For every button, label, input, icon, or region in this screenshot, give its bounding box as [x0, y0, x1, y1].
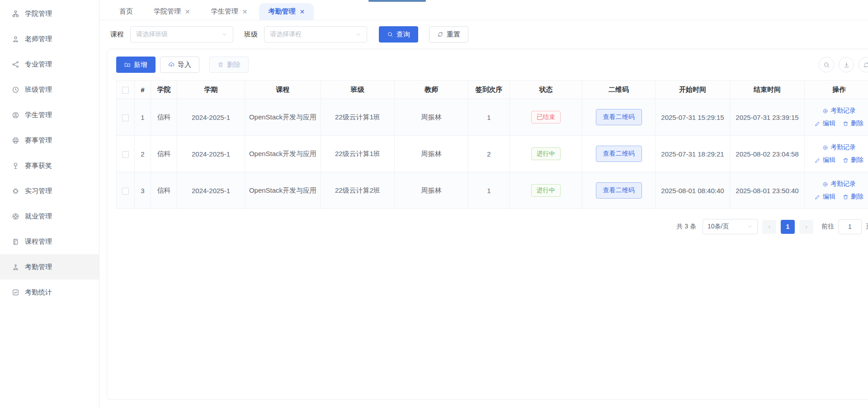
cell-course: OpenStack开发与应用 — [245, 99, 321, 136]
cell-qrcode: 查看二维码 — [582, 99, 656, 136]
search-button[interactable]: 查询 — [379, 26, 418, 43]
view-qrcode-button[interactable]: 查看二维码 — [596, 146, 642, 162]
sidebar-item-teacher[interactable]: 老师管理 — [0, 26, 99, 52]
refresh-table-button[interactable] — [859, 57, 868, 72]
sidebar-item-competition[interactable]: 赛事管理 — [0, 128, 99, 153]
page-size-select[interactable]: 10条/页 — [703, 219, 758, 234]
download-icon — [843, 62, 850, 68]
table-header-row: # 学院 学期 课程 班级 教师 签到次序 状态 二维码 开始时间 结束时间 操… — [117, 81, 868, 99]
sidebar-item-label: 班级管理 — [25, 85, 52, 94]
edit-icon — [815, 121, 821, 127]
cell-start-time: 2025-07-31 15:29:15 — [656, 99, 730, 136]
row-checkbox[interactable] — [122, 151, 129, 158]
sidebar-item-internship[interactable]: 实习管理 — [0, 178, 99, 204]
course-filter-label: 课程 — [110, 30, 124, 39]
next-page-button[interactable]: › — [799, 220, 813, 234]
col-semester: 学期 — [177, 81, 245, 99]
page-number-button[interactable]: 1 — [781, 220, 795, 234]
col-start-time: 开始时间 — [656, 81, 730, 99]
class-select[interactable]: 请选择课程 — [264, 26, 367, 43]
select-all-checkbox[interactable] — [122, 87, 129, 94]
table-row: 3信科2024-2025-1OpenStack开发与应用22级云计算2班周振林1… — [117, 172, 868, 209]
tab-home[interactable]: 首页 — [110, 3, 142, 20]
tab-attendance[interactable]: 考勤管理 ✕ — [259, 3, 314, 20]
view-qrcode-button[interactable]: 查看二维码 — [596, 109, 642, 125]
col-teacher: 教师 — [395, 81, 468, 99]
cell-index: 1 — [135, 99, 151, 136]
edit-link[interactable]: 编辑 — [815, 193, 835, 201]
course-select[interactable]: 请选择班级 — [130, 26, 233, 43]
delete-link[interactable]: 删除 — [843, 119, 863, 128]
cell-index: 3 — [135, 172, 151, 209]
cell-college: 信科 — [151, 99, 177, 136]
close-icon[interactable]: ✕ — [299, 9, 305, 15]
goto-label: 前往 — [821, 223, 834, 231]
sidebar-item-label: 赛事管理 — [25, 136, 52, 145]
sidebar-item-label: 考勤统计 — [25, 288, 52, 297]
export-button[interactable] — [839, 57, 854, 72]
select-all-cell — [117, 81, 135, 99]
cell-teacher: 周振林 — [395, 136, 468, 172]
tab-label: 首页 — [119, 7, 133, 16]
cell-operations: 考勤记录 编辑 删除 — [805, 99, 868, 136]
sidebar-item-attendance[interactable]: 考勤管理 — [0, 254, 99, 280]
sidebar-item-student[interactable]: 学生管理 — [0, 102, 99, 128]
reset-button[interactable]: 重置 — [429, 26, 468, 43]
view-qrcode-button[interactable]: 查看二维码 — [596, 182, 642, 199]
row-select-cell — [117, 136, 135, 172]
import-button[interactable]: 导入 — [160, 57, 199, 73]
sidebar-item-employment[interactable]: 就业管理 — [0, 204, 99, 229]
cell-semester: 2024-2025-1 — [177, 99, 245, 136]
prev-page-button[interactable]: ‹ — [762, 220, 776, 234]
cell-class: 22级云计算1班 — [321, 99, 395, 136]
chevron-down-icon — [222, 32, 227, 38]
class-select-placeholder: 请选择课程 — [270, 30, 302, 38]
attendance-icon — [12, 263, 19, 271]
table-search-button[interactable] — [819, 57, 834, 72]
sidebar-item-award[interactable]: 赛事获奖 — [0, 153, 99, 178]
search-button-label: 查询 — [396, 30, 410, 39]
delete-link[interactable]: 删除 — [843, 156, 863, 164]
folder-add-icon — [124, 62, 131, 68]
stats-icon — [12, 289, 19, 296]
trash-icon — [843, 157, 849, 163]
cell-college: 信科 — [151, 172, 177, 209]
edit-link[interactable]: 编辑 — [815, 119, 835, 128]
student-icon — [12, 111, 19, 119]
chevron-down-icon — [747, 224, 753, 229]
attendance-records-link[interactable]: 考勤记录 — [822, 143, 856, 152]
cell-operations: 考勤记录 编辑 删除 — [805, 136, 868, 172]
row-checkbox[interactable] — [122, 188, 129, 195]
edit-link[interactable]: 编辑 — [815, 156, 835, 164]
col-sign-count: 签到次序 — [468, 81, 510, 99]
delete-link[interactable]: 删除 — [843, 193, 863, 201]
sidebar-item-class[interactable]: 班级管理 — [0, 77, 99, 102]
search-icon — [387, 31, 393, 38]
sidebar-item-label: 赛事获奖 — [25, 161, 52, 170]
sidebar-item-attendance-stats[interactable]: 考勤统计 — [0, 280, 99, 305]
cell-index: 2 — [135, 136, 151, 172]
row-checkbox[interactable] — [122, 114, 129, 121]
sidebar-item-major[interactable]: 专业管理 — [0, 52, 99, 77]
goto-page-input[interactable] — [838, 219, 862, 234]
tab-student[interactable]: 学生管理 ✕ — [202, 3, 257, 20]
add-button[interactable]: 新增 — [116, 57, 156, 73]
refresh-icon — [863, 62, 868, 68]
cell-status: 已结束 — [510, 99, 582, 136]
close-icon[interactable]: ✕ — [185, 9, 190, 15]
sidebar-item-label: 学院管理 — [25, 9, 52, 18]
tab-college[interactable]: 学院管理 ✕ — [145, 3, 199, 20]
trash-icon — [217, 62, 224, 68]
employment-icon — [12, 213, 19, 220]
sidebar-item-college[interactable]: 学院管理 — [0, 1, 99, 26]
sidebar-item-course[interactable]: 课程管理 — [0, 229, 99, 254]
class-filter-label: 班级 — [244, 30, 258, 39]
attendance-records-link[interactable]: 考勤记录 — [822, 107, 856, 115]
delete-button[interactable]: 删除 — [209, 57, 249, 73]
goto-unit: 页 — [866, 223, 868, 231]
close-icon[interactable]: ✕ — [242, 9, 248, 15]
attendance-records-link[interactable]: 考勤记录 — [822, 180, 856, 188]
cell-course: OpenStack开发与应用 — [245, 172, 321, 209]
sidebar-item-label: 老师管理 — [25, 35, 52, 43]
competition-icon — [12, 137, 19, 144]
